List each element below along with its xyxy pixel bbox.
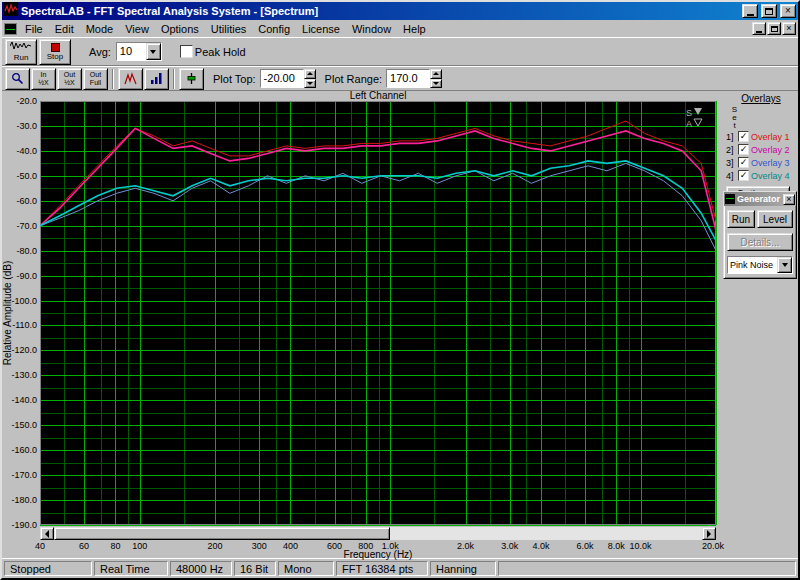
chevron-down-icon [782,263,788,267]
stop-button[interactable]: Stop [39,39,71,65]
plot-range-down-button[interactable] [430,79,442,89]
menu-window[interactable]: Window [346,22,397,36]
plot-top-up-button[interactable] [304,69,316,79]
zoom-button[interactable] [5,68,30,90]
bar-display-button[interactable] [144,68,169,90]
menu-config[interactable]: Config [252,22,296,36]
svg-text:-30.0: -30.0 [16,121,37,131]
overlay-row: 4]✓Overlay 4 [726,169,796,182]
svg-text:-80.0: -80.0 [16,246,37,256]
zoom-out-label-2: ½X [64,79,75,87]
arrow-left-icon [45,530,49,538]
status-cell: Real Time [94,561,168,576]
menu-mode[interactable]: Mode [80,22,120,36]
overlay-checkbox[interactable]: ✓ [738,170,749,181]
menu-license[interactable]: License [296,22,346,36]
x-axis-label: Frequency (Hz) [40,549,716,560]
zoom-in-half-button[interactable]: In ½X [31,68,56,90]
menu-edit[interactable]: Edit [49,22,80,36]
spectralab-window: SpectraLAB - FFT Spectral Analysis Syste… [0,0,800,580]
spectrum-plot[interactable]: -20.0-30.0-40.0-50.0-60.0-70.0-80.0-90.0… [2,91,722,561]
overlay-row: 3]✓Overlay 3 [726,156,796,169]
plot-title: Left Channel [40,90,716,101]
svg-text:-50.0: -50.0 [16,171,37,181]
plot-hscrollbar[interactable] [40,527,716,540]
minimize-icon [756,31,762,33]
scroll-right-button[interactable] [702,527,716,540]
menu-view[interactable]: View [119,22,155,36]
menubar-items: FileEditModeViewOptionsUtilitiesConfigLi… [19,22,752,36]
mdi-minimize-button[interactable] [752,22,766,35]
bar-chart-icon [150,72,163,85]
minimize-button[interactable] [742,4,758,18]
plot-range-spinner[interactable]: 170.0 [386,69,442,88]
zoom-out-half-button[interactable]: Out ½X [57,68,82,90]
spectrum-window-icon[interactable] [4,23,17,35]
generator-source-combobox[interactable]: Pink Noise [727,256,793,274]
overlay-checkbox[interactable]: ✓ [738,157,749,168]
menu-help[interactable]: Help [397,22,432,36]
y-axis-label: Relative Amplitude (dB) [2,261,13,366]
svg-text:S: S [686,108,692,118]
mdi-restore-button[interactable] [767,22,781,35]
close-button[interactable]: × [780,4,796,18]
chart-region: -20.0-30.0-40.0-50.0-60.0-70.0-80.0-90.0… [2,91,722,558]
scrollbar-thumb[interactable] [54,527,390,540]
avg-value: 10 [117,43,146,60]
scrollbar-track[interactable] [54,527,702,540]
plot-top-down-button[interactable] [304,79,316,89]
level-slider-button[interactable] [179,68,204,90]
generator-source-dropdown[interactable] [777,257,792,273]
status-filler [498,561,796,576]
plot-top-spinner[interactable]: -20.00 [260,69,316,88]
svg-text:-170.0: -170.0 [11,470,37,480]
restore-button[interactable] [761,4,777,18]
overlay-checkbox[interactable]: ✓ [738,144,749,155]
run-waveform-icon [10,41,32,53]
toolbar-separator [173,69,175,89]
menu-bar: FileEditModeViewOptionsUtilitiesConfigLi… [2,20,798,37]
overlay-number: 3] [726,158,736,168]
generator-level-button[interactable]: Level [757,210,793,228]
zoom-out-full-button[interactable]: Out Full [83,68,108,90]
mdi-close-button[interactable]: × [782,22,796,35]
stop-button-label: Stop [47,53,63,61]
status-cell: 16 Bit [234,561,276,576]
generator-details-button[interactable]: Details... [727,233,793,251]
overlay-number: 1] [726,132,736,142]
svg-text:A: A [686,119,692,129]
peak-hold-checkbox[interactable] [180,45,193,58]
generator-icon [725,194,735,204]
scroll-left-button[interactable] [40,527,54,540]
overlay-checkbox[interactable]: ✓ [738,131,749,142]
plot-range-label: Plot Range: [325,73,382,85]
run-button[interactable]: Run [5,39,37,65]
overlays-header[interactable]: Overlays [726,93,796,104]
generator-titlebar[interactable]: Generator × [724,192,796,206]
plot-range-up-button[interactable] [430,69,442,79]
svg-text:-150.0: -150.0 [11,420,37,430]
status-cell: Hanning [430,561,496,576]
avg-dropdown-button[interactable] [146,43,161,60]
menu-options[interactable]: Options [155,22,205,36]
fader-icon [185,72,198,85]
overlay-number: 4] [726,171,736,181]
avg-combobox[interactable]: 10 [116,42,162,61]
peak-display-button[interactable] [118,68,143,90]
menu-utilities[interactable]: Utilities [205,22,252,36]
main-area: -20.0-30.0-40.0-50.0-60.0-70.0-80.0-90.0… [2,91,798,558]
status-cell: Mono [278,561,334,576]
zoom-in-label-2: ½X [38,79,49,87]
minimize-icon [747,14,754,16]
zoom-in-label-1: In [41,71,47,79]
chevron-down-icon [150,50,156,54]
title-bar: SpectraLAB - FFT Spectral Analysis Syste… [2,2,798,20]
generator-run-button[interactable]: Run [727,210,755,228]
generator-close-button[interactable]: × [783,194,795,205]
chevron-down-icon [433,82,439,85]
overlay-panel: Overlays Set 1]✓Overlay 12]✓Overlay 23]✓… [722,91,798,558]
menu-file[interactable]: File [19,22,49,36]
y-tick-labels: -20.0-30.0-40.0-50.0-60.0-70.0-80.0-90.0… [11,96,37,530]
chevron-up-icon [433,72,439,75]
close-icon: × [786,24,791,33]
